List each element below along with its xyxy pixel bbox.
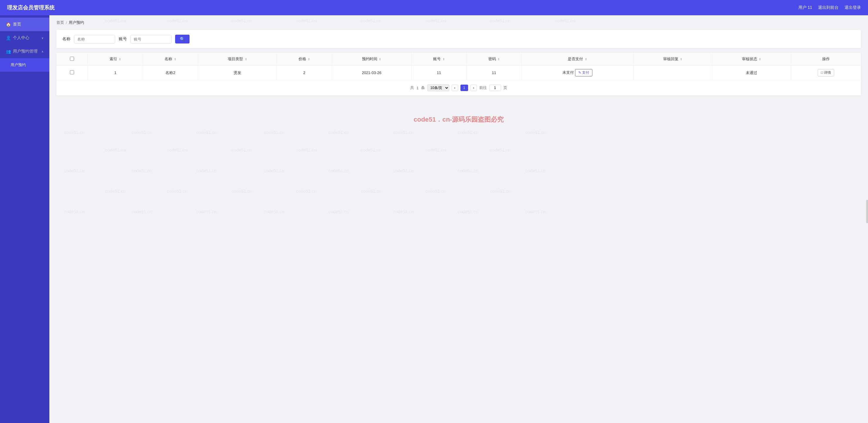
sort-icon: ⇕ <box>119 58 121 61</box>
row-checkbox <box>56 66 88 80</box>
pagination-total-unit: 条 <box>421 85 425 91</box>
watermark: code51.cn <box>393 209 413 214</box>
detail-button[interactable]: □ 详情 <box>818 69 835 76</box>
sidebar-item-home[interactable]: 🏠 首页 <box>0 18 50 31</box>
row-action: □ 详情 <box>791 66 861 80</box>
watermark: code51.cn <box>231 189 252 194</box>
chevron-down-icon: ∨ <box>41 36 43 40</box>
col-status[interactable]: 审核状态 ⇕ <box>712 53 791 66</box>
sidebar-label-user-booking-mgmt: 用户预约管理 <box>13 49 38 54</box>
row-status: 未通过 <box>712 66 791 80</box>
table-row: 1 名称2 烫发 2 2021-03-26 11 11 未支付 ✎ 支付 未通过… <box>56 66 861 80</box>
watermark: code51.cn <box>426 148 446 153</box>
col-action: 操作 <box>791 53 861 66</box>
sidebar: 🏠 首页 👤 个人中心 ∨ 👥 用户预约管理 ∧ 用户预约 <box>0 15 50 423</box>
watermark: code51.cn <box>105 148 125 153</box>
col-price[interactable]: 价格 ⇕ <box>277 53 332 66</box>
col-name[interactable]: 名称 ⇕ <box>143 53 198 66</box>
row-password: 11 <box>467 66 522 80</box>
btn-front[interactable]: 退出到前台 <box>818 5 839 10</box>
watermark: code51.cn <box>264 209 284 214</box>
user-label: 用户 11 <box>798 5 812 10</box>
sidebar-item-personal[interactable]: 👤 个人中心 ∨ <box>0 31 50 45</box>
watermark: code51.cn <box>64 209 84 214</box>
row-paid: 未支付 ✎ 支付 <box>522 66 633 80</box>
row-type: 烫发 <box>198 66 277 80</box>
row-price: 2 <box>277 66 332 80</box>
sort-icon: ⇕ <box>497 58 500 61</box>
goto-page-input[interactable] <box>489 85 501 91</box>
search-account-input[interactable] <box>130 35 172 43</box>
breadcrumb: 首页 / 用户预约 <box>56 20 861 25</box>
row-time: 2021-03-26 <box>332 66 411 80</box>
bookings-table: 索引 ⇕ 名称 ⇕ 项目类型 ⇕ 价格 ⇕ 预约时间 ⇕ 账号 ⇕ 密码 ⇕ 是… <box>56 53 861 80</box>
breadcrumb-current: 用户预约 <box>69 20 84 25</box>
pagination-total: 1 <box>416 86 418 90</box>
breadcrumb-home[interactable]: 首页 <box>56 20 64 25</box>
watermark: code51.cn <box>132 130 152 135</box>
watermark: code51.cn <box>132 209 152 214</box>
table-card: 索引 ⇕ 名称 ⇕ 项目类型 ⇕ 价格 ⇕ 预约时间 ⇕ 账号 ⇕ 密码 ⇕ 是… <box>56 53 861 95</box>
btn-logout[interactable]: 退出登录 <box>844 5 861 10</box>
sort-icon: ⇕ <box>308 58 310 61</box>
table-body: 1 名称2 烫发 2 2021-03-26 11 11 未支付 ✎ 支付 未通过… <box>56 66 861 80</box>
sort-icon: ⇕ <box>585 58 587 61</box>
main-layout: 🏠 首页 👤 个人中心 ∨ 👥 用户预约管理 ∧ 用户预约 code51.cn … <box>0 15 868 423</box>
watermark: code51.cn <box>196 209 217 214</box>
sort-icon: ⇕ <box>174 58 176 61</box>
prev-page-button[interactable]: ‹ <box>452 85 458 91</box>
watermark: code51.cn <box>329 168 349 173</box>
watermark: code51.cn <box>490 189 510 194</box>
watermark: code51.cn <box>458 209 478 214</box>
search-button[interactable]: 🔍 <box>175 35 189 43</box>
watermark: code51.cn <box>231 148 252 153</box>
col-password[interactable]: 密码 ⇕ <box>467 53 522 66</box>
row-name: 名称2 <box>143 66 198 80</box>
watermark: code51.cn <box>393 130 413 135</box>
scroll-indicator[interactable] <box>866 200 868 223</box>
watermark: code51.cn <box>167 189 187 194</box>
watermark: code51.cn <box>329 130 349 135</box>
watermark: code51.cn <box>361 148 381 153</box>
sort-icon: ⇕ <box>759 58 761 61</box>
col-account[interactable]: 账号 ⇕ <box>411 53 467 66</box>
sidebar-item-user-booking-mgmt[interactable]: 👥 用户预约管理 ∧ <box>0 45 50 58</box>
row-review <box>633 66 712 80</box>
search-account-label: 账号 <box>119 36 127 42</box>
header: 理发店会员管理系统 用户 11 退出到前台 退出登录 <box>0 0 868 15</box>
chevron-up-icon: ∧ <box>41 50 43 53</box>
watermark: code51.cn <box>264 130 284 135</box>
col-review[interactable]: 审核回复 ⇕ <box>633 53 712 66</box>
pay-button[interactable]: ✎ 支付 <box>575 69 592 76</box>
watermark: code51.cn <box>296 148 316 153</box>
sidebar-item-user-booking[interactable]: 用户预约 <box>0 58 50 72</box>
sort-icon: ⇕ <box>379 58 381 61</box>
col-time[interactable]: 预约时间 ⇕ <box>332 53 411 66</box>
watermark: code51.cn <box>525 209 546 214</box>
search-name-input[interactable] <box>74 35 115 43</box>
page-size-select[interactable]: 10条/页 20条/页 50条/页 <box>427 84 449 91</box>
table-header-row: 索引 ⇕ 名称 ⇕ 项目类型 ⇕ 价格 ⇕ 预约时间 ⇕ 账号 ⇕ 密码 ⇕ 是… <box>56 53 861 66</box>
page-label: 页 <box>503 85 507 91</box>
watermark: code51.cn <box>525 168 546 173</box>
goto-label: 前往 <box>479 85 487 91</box>
row-account: 11 <box>411 66 467 80</box>
search-name-label: 名称 <box>62 36 70 42</box>
header-right: 用户 11 退出到前台 退出登录 <box>798 5 861 10</box>
personal-icon: 👤 <box>6 36 10 40</box>
sidebar-submenu-user-booking: 用户预约 <box>0 58 50 72</box>
users-icon: 👥 <box>6 49 10 54</box>
watermark: code51.cn <box>393 168 413 173</box>
col-index[interactable]: 索引 ⇕ <box>88 53 143 66</box>
current-page[interactable]: 1 <box>460 85 468 91</box>
row-select-checkbox[interactable] <box>70 70 74 74</box>
sort-icon: ⇕ <box>245 58 247 61</box>
next-page-button[interactable]: › <box>470 85 477 91</box>
watermark-red: code51．cn-源码乐园盗图必究 <box>414 115 504 124</box>
row-index: 1 <box>88 66 143 80</box>
main-content: code51.cn code51.cn code51.cn code51.cn … <box>50 15 868 423</box>
col-type[interactable]: 项目类型 ⇕ <box>198 53 277 66</box>
select-all-checkbox[interactable] <box>70 57 74 61</box>
col-paid[interactable]: 是否支付 ⇕ <box>522 53 633 66</box>
watermark: code51.cn <box>361 189 381 194</box>
